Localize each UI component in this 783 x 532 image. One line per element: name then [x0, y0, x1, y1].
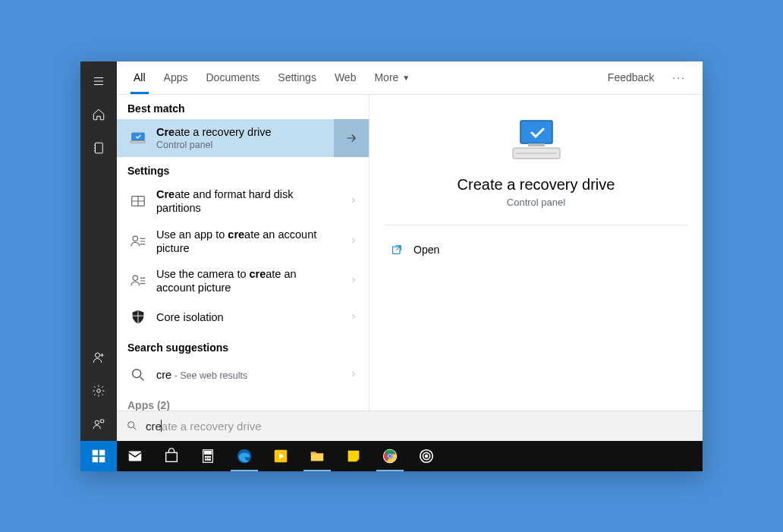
svg-rect-22	[166, 452, 178, 461]
svg-point-3	[95, 420, 99, 424]
svg-point-41	[426, 455, 428, 457]
svg-rect-5	[132, 133, 145, 140]
tab-more[interactable]: More ▼	[365, 61, 419, 94]
notebook-icon[interactable]	[80, 131, 117, 165]
taskbar	[80, 441, 703, 471]
result-app-account-picture[interactable]: Use an app to create an account picture	[117, 222, 369, 261]
open-icon	[391, 244, 403, 256]
partitions-icon	[127, 190, 149, 212]
content-area: All Apps Documents Settings Web More ▼ F…	[117, 61, 703, 441]
preview-title: Create a recovery drive	[458, 176, 615, 194]
section-settings: Settings	[117, 157, 369, 181]
tab-web[interactable]: Web	[325, 61, 366, 94]
home-icon[interactable]	[80, 98, 117, 131]
start-search-window: All Apps Documents Settings Web More ▼ F…	[80, 61, 703, 471]
chevron-down-icon: ▼	[402, 74, 410, 82]
chevron-right-icon	[349, 235, 358, 247]
preview-card: Create a recovery drive Control panel	[385, 118, 687, 225]
svg-rect-0	[96, 143, 103, 153]
svg-rect-17	[93, 449, 98, 455]
svg-point-28	[205, 458, 206, 460]
result-format-disk[interactable]: Create and format hard disk partitions	[117, 181, 369, 221]
shield-icon	[127, 307, 149, 328]
svg-point-2	[97, 389, 101, 392]
result-title: Create and format hard disk partitions	[156, 187, 335, 215]
svg-rect-19	[93, 456, 98, 461]
taskbar-target-icon[interactable]	[408, 441, 445, 471]
add-user-icon[interactable]	[80, 341, 117, 374]
taskbar-store-icon[interactable]	[153, 441, 190, 471]
chevron-right-icon	[349, 195, 358, 207]
preview-actions: Open	[385, 225, 687, 274]
svg-point-1	[96, 353, 100, 357]
section-search-suggestions: Search suggestions	[117, 334, 369, 358]
person-pin-icon[interactable]	[80, 408, 117, 441]
start-button[interactable]	[80, 441, 117, 471]
tab-documents[interactable]: Documents	[197, 61, 269, 94]
svg-rect-24	[204, 451, 211, 454]
search-bar[interactable]: create a recovery drive	[117, 411, 703, 441]
open-action[interactable]: Open	[385, 238, 687, 262]
svg-rect-4	[100, 420, 104, 423]
result-title: cre - See web results	[156, 368, 335, 382]
section-best-match: Best match	[117, 95, 369, 119]
tab-settings[interactable]: Settings	[269, 61, 325, 94]
search-tabs: All Apps Documents Settings Web More ▼ F…	[117, 61, 703, 95]
svg-rect-12	[528, 143, 545, 146]
result-title: Core isolation	[156, 310, 335, 324]
search-typed-text: cre	[146, 420, 162, 433]
svg-point-26	[207, 456, 209, 458]
result-title: Use an app to create an account picture	[156, 228, 335, 255]
result-core-isolation[interactable]: Core isolation	[117, 301, 369, 334]
tab-apps[interactable]: Apps	[155, 61, 197, 94]
gear-icon[interactable]	[80, 374, 117, 408]
taskbar-edge-icon[interactable]	[226, 441, 263, 471]
svg-point-9	[133, 275, 137, 280]
svg-point-38	[388, 454, 392, 457]
svg-point-29	[207, 458, 209, 460]
open-label: Open	[414, 244, 439, 256]
svg-point-27	[209, 456, 211, 458]
svg-rect-33	[311, 452, 316, 453]
search-icon	[126, 420, 138, 432]
preview-panel: Create a recovery drive Control panel Op…	[369, 95, 703, 411]
chevron-right-icon	[349, 369, 358, 381]
chevron-right-icon	[349, 275, 358, 287]
left-rail	[80, 61, 117, 441]
svg-point-30	[209, 458, 211, 460]
hamburger-icon[interactable]	[80, 65, 117, 98]
result-camera-account-picture[interactable]: Use the camera to create an account pict…	[117, 261, 369, 301]
result-title: Use the camera to create an account pict…	[156, 267, 335, 294]
recovery-drive-icon	[127, 127, 149, 149]
svg-point-16	[128, 422, 134, 428]
svg-rect-6	[130, 140, 145, 143]
expand-arrow-button[interactable]	[334, 119, 369, 158]
taskbar-sticky-notes-icon[interactable]	[335, 441, 372, 471]
search-icon	[127, 364, 149, 386]
best-match-result[interactable]: Create a recovery drive Control panel	[117, 119, 369, 158]
more-dots-icon[interactable]: ···	[663, 71, 695, 83]
account-picture-icon	[127, 270, 149, 291]
taskbar-chrome-icon[interactable]	[372, 441, 408, 471]
tab-all[interactable]: All	[124, 61, 155, 94]
feedback-link[interactable]: Feedback	[599, 71, 663, 83]
svg-rect-20	[99, 456, 105, 461]
results-body: Best match Create a recovery drive Contr…	[117, 95, 703, 411]
taskbar-player-icon[interactable]	[263, 441, 299, 471]
preview-subtitle: Control panel	[507, 197, 565, 208]
search-ghost-text: ate a recovery drive	[162, 420, 262, 433]
taskbar-file-explorer-icon[interactable]	[299, 441, 335, 471]
taskbar-calculator-icon[interactable]	[190, 441, 226, 471]
svg-point-10	[133, 370, 141, 378]
svg-point-8	[133, 236, 137, 241]
chevron-right-icon	[349, 311, 358, 323]
svg-rect-18	[99, 449, 105, 455]
section-apps: Apps (2)	[117, 392, 369, 411]
results-panel: Best match Create a recovery drive Contr…	[117, 95, 369, 411]
main-area: All Apps Documents Settings Web More ▼ F…	[80, 61, 703, 441]
account-picture-icon	[127, 231, 149, 252]
result-web-suggestion[interactable]: cre - See web results	[117, 358, 369, 392]
best-match-title: Create a recovery drive	[156, 125, 320, 139]
taskbar-mail-icon[interactable]	[117, 441, 153, 471]
svg-rect-21	[129, 451, 142, 461]
